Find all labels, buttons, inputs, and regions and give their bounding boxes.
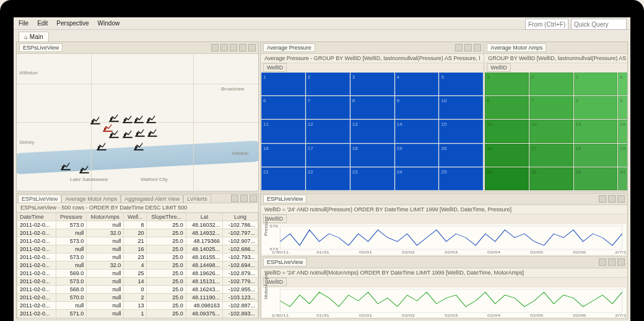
treemap-cell[interactable]: 21 [261, 167, 305, 190]
pump-marker[interactable] [60, 159, 71, 172]
tool-icon[interactable] [464, 44, 472, 51]
treemap-cell[interactable]: 23 [350, 167, 394, 190]
treemap-cell[interactable]: 9 [395, 96, 439, 119]
pump-marker[interactable] [133, 139, 144, 152]
table-row[interactable]: 2011-02-0...573.0null825.048.16032...-10… [17, 221, 258, 229]
table-row[interactable]: 2011-02-0...nullnull1625.048.14025...-10… [17, 245, 258, 253]
treemap-cell[interactable]: 17 [306, 144, 350, 167]
quick-query-input[interactable] [571, 19, 627, 30]
treemap-cell[interactable]: 25 [439, 167, 483, 190]
column-header[interactable]: Long [223, 213, 258, 221]
tab-main[interactable]: ⌂ Main [19, 32, 49, 42]
tab-avg-motoramps[interactable]: Average Motor Amps [61, 195, 121, 203]
table-body[interactable]: DateTimePressureMotorAmpsWell...SlopeThr… [17, 213, 258, 319]
column-header[interactable]: Lat [186, 213, 222, 221]
tool-icon[interactable] [608, 258, 616, 266]
treemap-cell[interactable]: 18 [574, 144, 618, 167]
treemap-cell[interactable]: 20 [439, 144, 483, 167]
tool-icon[interactable] [240, 195, 248, 202]
treemap-cell[interactable]: 8 [350, 96, 394, 119]
pump-marker[interactable] [134, 126, 146, 138]
treemap-cell[interactable]: 16 [485, 144, 529, 167]
pump-marker[interactable] [133, 112, 144, 125]
treemap-cell[interactable]: 19 [395, 144, 439, 167]
tab-avg-pressure[interactable]: Average Pressure [263, 43, 315, 52]
treemap-cell[interactable]: 11 [485, 120, 529, 143]
table-row[interactable]: 2011-02-0...null32.0425.048.14498...-102… [17, 262, 258, 270]
tool-icon[interactable] [231, 195, 238, 202]
pump-marker[interactable] [146, 112, 157, 125]
tool-icon[interactable] [230, 44, 237, 51]
column-header[interactable]: MotorAmps [87, 213, 124, 221]
tool-icon[interactable] [599, 258, 606, 266]
tool-icon[interactable] [455, 44, 463, 51]
tab-avg-motoramps[interactable]: Average Motor Amps [487, 43, 546, 52]
treemap-cell[interactable]: 21 [485, 167, 529, 190]
column-header[interactable]: DateTime [17, 213, 56, 221]
menu-perspective[interactable]: Perspective [56, 20, 89, 27]
treemap-cell[interactable]: 13 [350, 120, 394, 143]
menu-edit[interactable]: Edit [37, 20, 48, 27]
treemap-cell[interactable]: 12 [306, 120, 350, 143]
maximize-icon[interactable] [250, 195, 257, 202]
treemap-motoramps[interactable]: 1234567891011121314151617181920212223242… [484, 72, 628, 191]
wellid-chip[interactable]: WellID [263, 63, 287, 72]
treemap-cell[interactable]: 17 [529, 144, 573, 167]
treemap-cell[interactable]: 7 [529, 96, 573, 119]
treemap-cell[interactable]: 2 [529, 73, 573, 95]
wellid-chip[interactable]: WellID [487, 63, 510, 72]
table-row[interactable]: 2011-02-0...573.0null2125.048.179366-102… [17, 237, 258, 245]
treemap-cell[interactable]: 6 [485, 96, 529, 119]
minimize-icon[interactable] [239, 44, 246, 51]
treemap-cell[interactable]: 14 [395, 120, 439, 143]
treemap-cell[interactable]: 2 [306, 73, 350, 95]
table-row[interactable]: 2011-02-0...573.0null2325.048.16155...-1… [17, 253, 258, 262]
pump-marker[interactable] [147, 126, 158, 138]
column-header[interactable]: Well... [124, 213, 147, 221]
treemap-cell[interactable]: 13 [574, 120, 618, 143]
treemap-cell[interactable]: 3 [574, 73, 618, 95]
table-row[interactable]: 2011-02-0...571.0null125.048.09375...-10… [17, 310, 258, 318]
table-row[interactable]: 2011-02-0...nullnull1325.048.098163-102.… [17, 302, 258, 310]
column-header[interactable]: SlopeThre... [147, 213, 186, 221]
maximize-icon[interactable] [474, 44, 481, 51]
tab-esps[interactable]: ESPsLiveView [18, 195, 61, 203]
treemap-cell[interactable]: 1 [485, 73, 529, 95]
tool-icon[interactable] [608, 195, 616, 203]
treemap-pressure[interactable]: 1234567891011121314151617181920212223242… [261, 72, 484, 191]
table-row[interactable]: 2011-02-0...570.0null225.048.11190...-10… [17, 294, 258, 302]
tool-icon[interactable] [599, 195, 606, 203]
maximize-icon[interactable] [617, 258, 625, 266]
treemap-cell[interactable]: 18 [350, 144, 394, 167]
map-canvas[interactable]: Williston Broadview Sidney Lake Sakakawe… [17, 54, 258, 191]
treemap-cell[interactable]: 24 [395, 167, 439, 190]
tab-agg-alert[interactable]: Aggregated Alert View [121, 195, 183, 203]
tab-lvalerts[interactable]: LVAlerts [183, 195, 211, 203]
map-body[interactable]: Williston Broadview Sidney Lake Sakakawe… [17, 54, 258, 191]
pump-marker[interactable] [96, 139, 107, 152]
maximize-icon[interactable] [617, 195, 625, 203]
table-row[interactable]: 2011-02-0...569.0null2525.048.19626...-1… [17, 270, 258, 278]
treemap-cell[interactable]: 8 [574, 96, 618, 119]
table-row[interactable]: 2011-02-0...null32.02025.048.14932...-10… [17, 229, 258, 237]
chart1-tab[interactable]: ESPsLiveView [263, 195, 307, 203]
treemap-cell[interactable]: 12 [529, 120, 573, 143]
treemap-cell[interactable]: 6 [261, 96, 305, 119]
table-row[interactable]: 2011-02-0...574.0null1125.048.180789-102… [17, 318, 258, 319]
treemap-cell[interactable]: 15 [439, 120, 483, 143]
pump-marker[interactable] [90, 113, 101, 126]
treemap-cell[interactable]: 4 [395, 73, 439, 95]
treemap-cell[interactable]: 7 [306, 96, 350, 119]
table-row[interactable]: 2011-02-0...568.0null025.048.16243...-10… [17, 286, 258, 294]
treemap-cell[interactable]: 10 [439, 96, 483, 119]
treemap-cell[interactable]: 24 [618, 167, 628, 190]
pump-marker[interactable] [122, 112, 133, 125]
menu-window[interactable]: Window [98, 20, 120, 27]
table-row[interactable]: 2011-02-0...573.0null1425.048.15131...-1… [17, 278, 258, 286]
column-header[interactable]: Pressure [56, 213, 86, 221]
pump-marker[interactable] [108, 127, 120, 139]
data-table[interactable]: DateTimePressureMotorAmpsWell...SlopeThr… [17, 213, 258, 319]
treemap-cell[interactable]: 23 [574, 167, 618, 190]
from-input[interactable] [525, 19, 568, 30]
tool-icon[interactable] [211, 44, 219, 51]
